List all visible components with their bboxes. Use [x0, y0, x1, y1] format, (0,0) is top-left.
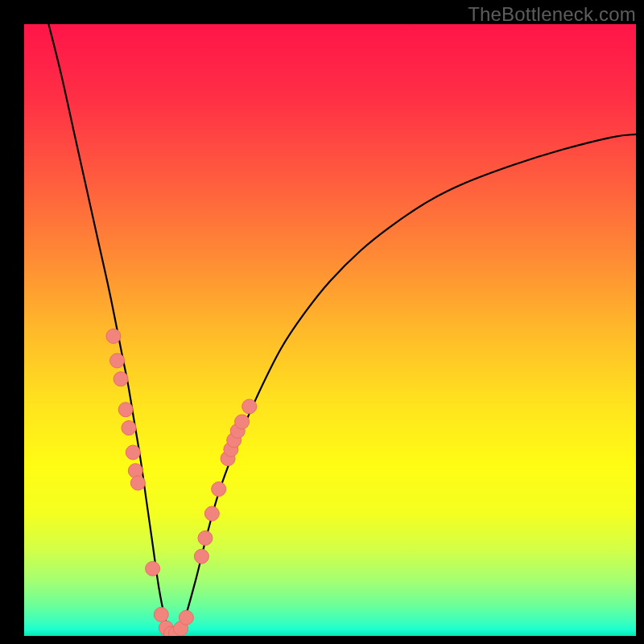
plot-area — [24, 24, 636, 636]
sample-dots-group — [106, 329, 257, 636]
sample-dot — [179, 610, 193, 625]
sample-dot — [130, 476, 145, 490]
bottleneck-curve — [48, 24, 636, 636]
sample-dot — [204, 506, 219, 521]
sample-dot — [106, 329, 121, 344]
sample-dot — [126, 445, 140, 460]
sample-dot — [212, 482, 226, 497]
sample-dot — [114, 372, 128, 386]
outer-frame: TheBottleneck.com — [0, 0, 644, 644]
sample-dot — [242, 399, 257, 414]
sample-dot — [122, 421, 136, 436]
sample-dot — [118, 402, 133, 417]
sample-dot — [146, 561, 160, 576]
sample-dot — [194, 549, 208, 564]
chart-svg — [24, 24, 636, 636]
watermark-text: TheBottleneck.com — [468, 3, 636, 26]
sample-dot — [198, 530, 213, 545]
sample-dot — [154, 607, 168, 621]
sample-dot — [235, 415, 250, 429]
sample-dot — [110, 353, 125, 368]
